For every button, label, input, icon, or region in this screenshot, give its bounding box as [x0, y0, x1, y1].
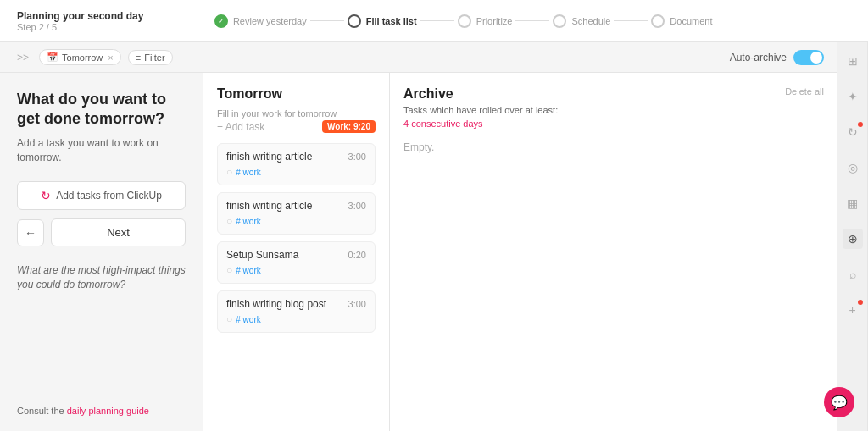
add-icon[interactable]: +: [843, 300, 863, 320]
step-1-circle: ✓: [214, 14, 228, 28]
task-check-1: ○: [226, 166, 232, 178]
daily-guide-link[interactable]: daily planning guide: [67, 406, 149, 416]
task-time-3: 0:20: [348, 250, 366, 260]
step-4-circle: [553, 14, 566, 28]
task-bottom-1: ○ work: [226, 166, 366, 178]
task-top-3: Setup Sunsama 0:20: [226, 249, 366, 261]
hint-text: What are the most high-impact things you…: [17, 263, 186, 292]
step-line-2: [420, 20, 454, 21]
middle-panel-subtitle: Fill in your work for tomorrow: [217, 108, 337, 119]
step-4-label: Schedule: [571, 16, 610, 26]
task-tag-3: work: [236, 266, 260, 275]
top-bar-left: Planning your second day Step 2 / 5: [17, 10, 143, 32]
left-panel-heading: What do you want to get done tomorrow?: [17, 90, 186, 130]
camera-icon[interactable]: ◎: [843, 157, 863, 178]
step-2: Fill task list: [348, 14, 417, 28]
middle-panel-title: Tomorrow: [217, 86, 376, 102]
grid-icon[interactable]: ⊞: [843, 51, 863, 71]
daily-guide-area: Consult the daily planning guide: [17, 402, 186, 417]
add-clickup-button[interactable]: ↻ Add tasks from ClickUp: [17, 181, 186, 210]
auto-archive-label: Auto-archive: [730, 52, 787, 64]
task-item-3[interactable]: Setup Sunsama 0:20 ○ work: [217, 241, 376, 284]
steps-nav: ✓ Review yesterday Fill task list Priori…: [214, 14, 713, 28]
task-check-4: ○: [226, 313, 232, 325]
tomorrow-tag[interactable]: 📅 Tomorrow ×: [39, 49, 121, 65]
task-time-1: 3:00: [348, 152, 366, 162]
task-bottom-4: ○ work: [226, 313, 366, 325]
delete-all-button[interactable]: Delete all: [785, 86, 824, 97]
filter-button[interactable]: ≡ Filter: [128, 50, 173, 65]
auto-archive-toggle[interactable]: [793, 50, 824, 65]
task-name-3: Setup Sunsama: [226, 249, 298, 261]
add-task-button[interactable]: + Add task: [217, 121, 264, 133]
tag-label: Tomorrow: [62, 52, 103, 63]
top-bar: Planning your second day Step 2 / 5 ✓ Re…: [0, 0, 868, 42]
step-1: ✓ Review yesterday: [214, 14, 307, 28]
archive-panel: Archive Delete all Tasks which have roll…: [390, 73, 837, 431]
step-line-1: [310, 20, 344, 21]
task-bottom-3: ○ work: [226, 264, 366, 276]
filter-icon: ≡: [136, 52, 141, 63]
collapse-button[interactable]: >>: [14, 50, 32, 65]
auto-archive-area: Auto-archive: [730, 50, 824, 65]
filter-bar: >> 📅 Tomorrow × ≡ Filter Auto-archive: [0, 42, 837, 73]
task-top-4: finish writing blog post 3:00: [226, 298, 366, 310]
task-tag-1: work: [236, 168, 260, 177]
archive-title: Archive: [403, 86, 453, 102]
clickup-icon: ↻: [41, 189, 51, 202]
toggle-knob: [810, 52, 822, 64]
nav-buttons: ← Next: [17, 218, 186, 246]
task-bottom-2: ○ work: [226, 215, 366, 227]
step-indicator: Step 2 / 5: [17, 22, 143, 32]
task-top-2: finish writing article 3:00: [226, 200, 366, 212]
step-4: Schedule: [553, 14, 610, 28]
archive-header: Archive Delete all: [403, 86, 824, 102]
consecutive-days-link[interactable]: 4 consecutive days: [403, 119, 824, 129]
calendar-small-icon: 📅: [47, 52, 58, 63]
add-task-row: + Add task Work: 9:20: [217, 120, 376, 133]
refresh-notification-dot: [858, 122, 863, 127]
step-1-label: Review yesterday: [233, 16, 307, 26]
step-line-4: [614, 20, 648, 21]
archive-empty-text: Empty.: [403, 141, 434, 153]
work-badge: Work: 9:20: [322, 120, 376, 133]
content-area: >> 📅 Tomorrow × ≡ Filter Auto-archive: [0, 42, 837, 431]
chat-button[interactable]: 💬: [824, 387, 854, 417]
refresh-icon[interactable]: ↻: [843, 122, 863, 142]
plus-circle-icon[interactable]: ⊕: [843, 229, 863, 249]
task-check-2: ○: [226, 215, 232, 227]
left-panel: What do you want to get done tomorrow? A…: [0, 73, 203, 431]
share-icon[interactable]: ✦: [843, 86, 863, 107]
tag-remove-button[interactable]: ×: [108, 52, 113, 63]
calendar-icon[interactable]: ▦: [843, 193, 863, 213]
planning-title: Planning your second day: [17, 10, 143, 22]
add-clickup-label: Add tasks from ClickUp: [56, 190, 162, 202]
step-line-3: [515, 20, 549, 21]
filter-left: >> 📅 Tomorrow × ≡ Filter: [14, 49, 173, 65]
task-name-1: finish writing article: [226, 151, 312, 163]
daily-guide-prefix: Consult the: [17, 406, 67, 416]
task-item-4[interactable]: finish writing blog post 3:00 ○ work: [217, 290, 376, 333]
icon-sidebar: ⊞ ✦ ↻ ◎ ▦ ⊕ ⌕ +: [837, 42, 868, 431]
add-notification-dot: [858, 300, 863, 305]
left-panel-description: Add a task you want to work on tomorrow.: [17, 136, 186, 165]
search-icon[interactable]: ⌕: [843, 264, 863, 285]
columns: What do you want to get done tomorrow? A…: [0, 73, 837, 431]
middle-panel: Tomorrow Fill in your work for tomorrow …: [203, 73, 390, 431]
task-time-2: 3:00: [348, 201, 366, 211]
step-5: Document: [651, 14, 712, 28]
task-name-4: finish writing blog post: [226, 298, 326, 310]
step-3-circle: [458, 14, 471, 28]
step-3-label: Prioritize: [476, 16, 513, 26]
task-top-1: finish writing article 3:00: [226, 151, 366, 163]
back-button[interactable]: ←: [17, 219, 44, 246]
step-3: Prioritize: [458, 14, 513, 28]
task-item-2[interactable]: finish writing article 3:00 ○ work: [217, 192, 376, 235]
step-2-label: Fill task list: [366, 16, 417, 26]
task-check-3: ○: [226, 264, 232, 276]
main-container: >> 📅 Tomorrow × ≡ Filter Auto-archive: [0, 42, 868, 431]
next-button[interactable]: Next: [51, 218, 186, 246]
task-item-1[interactable]: finish writing article 3:00 ○ work: [217, 143, 376, 185]
step-5-label: Document: [670, 16, 712, 26]
task-time-4: 3:00: [348, 299, 366, 309]
